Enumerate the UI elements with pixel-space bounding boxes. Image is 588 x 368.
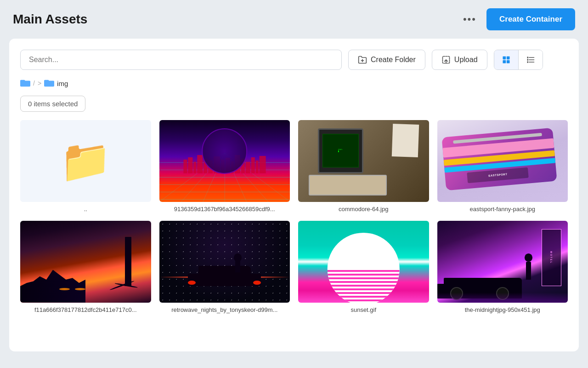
toolbar: Create Folder Upload <box>20 50 568 70</box>
breadcrumb-separator: > <box>38 80 41 87</box>
asset-name: sunset.gif <box>351 306 376 313</box>
list-item[interactable]: retrowave_nights_by_tonyskeor-d99m... <box>159 221 290 313</box>
list-view-icon <box>526 55 535 64</box>
image-thumbnail <box>20 221 151 303</box>
list-item[interactable]: f11a666f378177812dfc2b411e717c0... <box>20 221 151 313</box>
list-item[interactable]: 9136359d1367bf96a345266859cdf9... <box>159 120 290 213</box>
create-container-button[interactable]: Create Container <box>486 8 575 30</box>
image-thumbnail <box>159 120 290 202</box>
grid-view-button[interactable] <box>494 50 519 69</box>
asset-name: commodore-64.jpg <box>339 206 388 213</box>
more-button[interactable]: ••• <box>459 12 480 27</box>
main-card: Create Folder Upload <box>9 39 579 351</box>
create-folder-icon <box>358 55 367 64</box>
selection-bar: 0 items selected <box>20 96 85 112</box>
svg-rect-30 <box>197 155 203 173</box>
header-actions: ••• Create Container <box>459 8 575 30</box>
image-thumbnail: MOTEL <box>437 221 568 303</box>
breadcrumb-root-slash: / <box>33 80 35 87</box>
breadcrumb-current-label: img <box>57 80 68 87</box>
more-icon: ••• <box>463 13 476 25</box>
list-item[interactable]: EASTSPORT eastsport-fanny-pack.jpg <box>437 120 568 213</box>
image-thumbnail: EASTSPORT <box>437 120 568 202</box>
upload-label: Upload <box>454 56 478 64</box>
svg-rect-5 <box>506 57 509 60</box>
search-input[interactable] <box>20 50 342 70</box>
svg-rect-11 <box>527 57 528 58</box>
asset-name: 9136359d1367bf96a345266859cdf9... <box>174 206 275 213</box>
create-folder-button[interactable]: Create Folder <box>348 50 425 70</box>
asset-name: the-midnightjpg-950x451.jpg <box>465 306 540 313</box>
list-item[interactable]: MOTEL the-midnightjpg-950x451.jpg <box>437 221 568 313</box>
asset-name: eastsport-fanny-pack.jpg <box>470 206 535 213</box>
breadcrumb-current-folder-icon <box>44 78 54 88</box>
upload-icon <box>441 55 451 64</box>
breadcrumb: / > img <box>20 78 568 88</box>
breadcrumb-root-folder-icon[interactable] <box>20 78 30 88</box>
asset-name: retrowave_nights_by_tonyskeor-d99m... <box>171 306 277 313</box>
view-toggle <box>494 50 543 70</box>
grid-view-icon <box>502 55 511 64</box>
image-thumbnail: READY.█ <box>298 120 429 202</box>
svg-rect-4 <box>503 57 506 60</box>
image-thumbnail <box>298 221 429 303</box>
svg-rect-41 <box>255 161 258 173</box>
svg-rect-28 <box>188 157 192 173</box>
selection-count: 0 items selected <box>28 100 78 108</box>
svg-rect-12 <box>527 59 528 60</box>
folder-icon: 📁 <box>60 140 111 182</box>
upload-button[interactable]: Upload <box>432 50 487 70</box>
image-thumbnail <box>159 221 290 303</box>
svg-rect-27 <box>183 160 187 173</box>
list-item[interactable]: 📁 .. <box>20 120 151 213</box>
svg-rect-42 <box>259 156 266 173</box>
svg-rect-13 <box>527 61 528 63</box>
page-title: Main Assets <box>13 12 87 27</box>
svg-rect-7 <box>506 60 509 63</box>
asset-grid: 📁 .. <box>20 120 568 313</box>
list-item[interactable]: READY.█ commodore-64.jpg <box>298 120 429 213</box>
svg-rect-6 <box>503 60 506 63</box>
folder-thumbnail: 📁 <box>20 120 151 202</box>
svg-rect-39 <box>246 162 250 173</box>
svg-rect-29 <box>193 162 196 173</box>
list-view-button[interactable] <box>519 50 543 69</box>
asset-name: f11a666f378177812dfc2b411e717c0... <box>34 306 137 313</box>
create-folder-label: Create Folder <box>371 56 416 64</box>
header: Main Assets ••• Create Container <box>0 0 588 39</box>
svg-rect-40 <box>251 157 255 173</box>
asset-name: .. <box>84 206 87 213</box>
list-item[interactable]: sunset.gif <box>298 221 429 313</box>
